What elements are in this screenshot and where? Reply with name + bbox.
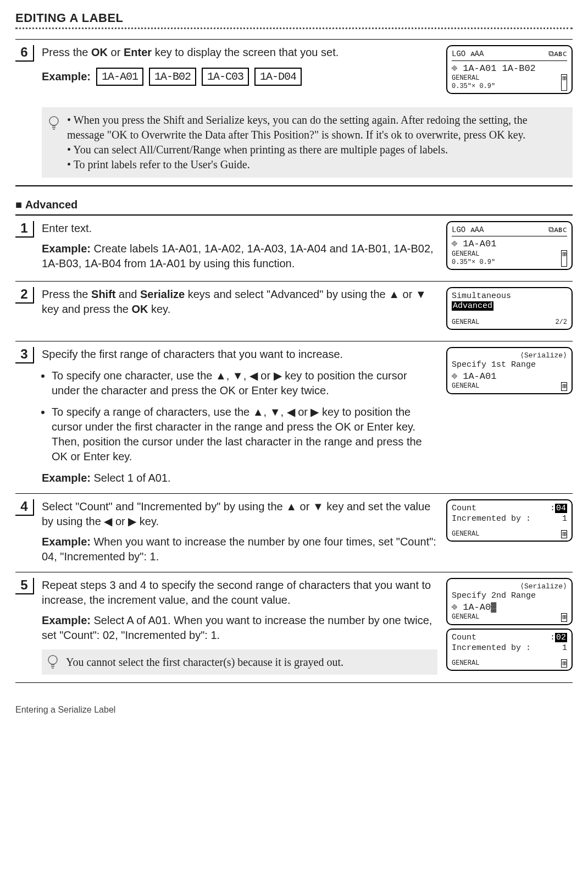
step-instruction: Press the OK or Enter key to display the…: [42, 45, 437, 60]
step-number: 5: [15, 578, 34, 594]
lcd-value-selected: 02: [555, 633, 567, 642]
bullet-item: To specify one character, use the ▲, ▼, …: [52, 368, 437, 398]
tip-item: When you press the Shift and Serialize k…: [67, 113, 565, 142]
lcd-line: Simultaneous: [452, 291, 567, 302]
step-5: 5 Repeat steps 3 and 4 to specify the se…: [15, 572, 573, 682]
example-label: Example:: [42, 70, 91, 83]
text: key to display the screen that you set.: [152, 46, 339, 58]
lcd-bot: GENERAL: [452, 382, 479, 391]
label-chip: 1A-C03: [202, 68, 249, 86]
svg-point-1: [48, 655, 57, 664]
lcd-bot: GENERAL: [452, 318, 479, 327]
advanced-header: ■ Advanced: [15, 199, 573, 211]
lcd-line: Incremented by :: [452, 643, 531, 654]
battery-icon: ▥: [561, 250, 567, 267]
tip-text: You cannot select the first character(s)…: [66, 655, 343, 669]
step-number: 3: [15, 347, 34, 363]
lcd-value-selected: 04: [555, 504, 567, 513]
dotted-divider: [15, 27, 573, 29]
step-instruction: Select "Count" and "Incremented by" by u…: [42, 499, 437, 529]
label-chip: 1A-A01: [96, 68, 143, 86]
lcd-top-left: LGO ᴀAA: [452, 225, 484, 235]
step-number: 2: [15, 287, 34, 304]
lcd-value: 1: [562, 643, 567, 654]
lcd-screenshot: Count:04 Incremented by :1 GENERAL▥: [446, 499, 573, 545]
battery-icon: ▥: [561, 613, 567, 622]
step-number: 6: [15, 45, 34, 62]
tip-item: To print labels refer to the User's Guid…: [67, 157, 565, 172]
lcd-mid: ⎆ 1A-A0▓: [452, 602, 567, 613]
lcd-bot: 2/2: [555, 318, 567, 327]
lcd-bot: GENERAL: [452, 613, 479, 622]
lcd-bot: 0.35"× 0.9": [452, 258, 495, 266]
lcd-line-selected: Advanced: [452, 301, 493, 311]
lcd-mid: ⎆ 1A-A01: [452, 371, 567, 382]
example-text: Example: When you want to increase the n…: [42, 534, 437, 564]
step-6: 6 Press the OK or Enter key to display t…: [15, 40, 573, 185]
tip-list: When you press the Shift and Serialize k…: [67, 113, 565, 172]
lcd-bot: GENERAL: [452, 659, 479, 668]
example-text: Example: Select 1 of A01.: [42, 471, 437, 486]
label-chip: 1A-B02: [149, 68, 196, 86]
step-instruction: Specify the first range of characters th…: [42, 347, 437, 362]
lcd-mid: ⎆ 1A-A01 1A-B02: [452, 63, 567, 74]
battery-icon: ▥: [561, 659, 567, 668]
page-title: EDITING A LABEL: [15, 11, 573, 25]
tip-item: You can select All/Current/Range when pr…: [67, 142, 565, 157]
lcd-screenshot: LGO ᴀAA⧉ᴀʙᴄ ⎆ 1A-A01 GENERAL0.35"× 0.9"▥: [446, 221, 573, 273]
step-number: 4: [15, 499, 34, 516]
lightbulb-icon: [47, 115, 60, 131]
lcd-screenshot-stack: ⟨Serialize⟩ Specify 2nd Range ⎆ 1A-A0▓ G…: [446, 578, 573, 674]
lcd-bot: 0.35"× 0.9": [452, 82, 495, 90]
lcd-screenshot: ⟨Serialize⟩ Specify 1st Range ⎆ 1A-A01 G…: [446, 347, 573, 398]
example-text: Example: Select A of A01. When you want …: [42, 613, 437, 643]
step-number: 1: [15, 221, 34, 238]
step-instruction: Enter text.: [42, 221, 437, 236]
tip-box: You cannot select the first character(s)…: [42, 649, 437, 675]
page-footer: Entering a Serialize Label: [15, 705, 573, 715]
battery-icon: ▥: [561, 530, 567, 539]
lcd-line: Specify 1st Range: [452, 360, 567, 371]
lightbulb-icon: [46, 654, 59, 670]
sub-bullets: To specify one character, use the ▲, ▼, …: [42, 368, 437, 464]
lcd-line: Count: [452, 633, 476, 643]
text: Press the: [42, 46, 91, 58]
step-1: 1 Enter text. Example: Create labels 1A-…: [15, 216, 573, 281]
svg-point-0: [49, 117, 58, 125]
battery-icon: ▥: [561, 382, 567, 391]
lcd-bot: GENERAL: [452, 250, 479, 258]
lcd-mid: ⎆ 1A-A01: [452, 238, 567, 250]
lcd-top-right: ⟨Serialize⟩: [452, 582, 567, 591]
step-instruction: Repeat steps 3 and 4 to specify the seco…: [42, 578, 437, 608]
example-row: Example: 1A-A01 1A-B02 1A-C03 1A-D04: [42, 68, 437, 86]
key-ok: OK: [91, 46, 108, 58]
divider: [15, 682, 573, 683]
step-2: 2 Press the Shift and Serialize keys and…: [15, 282, 573, 341]
lcd-value: 1: [562, 514, 567, 525]
label-chip: 1A-D04: [254, 68, 302, 86]
divider: [15, 185, 573, 186]
tip-box: When you press the Shift and Serialize k…: [42, 107, 573, 178]
lcd-bot: GENERAL: [452, 530, 479, 539]
battery-icon: ▥: [561, 74, 567, 91]
lcd-line: Incremented by :: [452, 514, 531, 525]
step-4: 4 Select "Count" and "Incremented by" by…: [15, 494, 573, 572]
lcd-top-right: ⧉ᴀʙᴄ: [548, 49, 567, 59]
lcd-line: Count: [452, 504, 476, 514]
lcd-screenshot: Simultaneous Advanced GENERAL2/2: [446, 287, 573, 334]
text: or: [108, 46, 124, 58]
lcd-bot: GENERAL: [452, 74, 479, 82]
example-text: Example: Create labels 1A-A01, 1A-A02, 1…: [42, 241, 437, 271]
lcd-screenshot: LGO ᴀAA⧉ᴀʙᴄ ⎆ 1A-A01 1A-B02 GENERAL0.35"…: [446, 45, 573, 97]
lcd-top-left: LGO ᴀAA: [452, 49, 484, 59]
bullet-item: To specify a range of characters, use th…: [52, 405, 437, 464]
lcd-top-right: ⧉ᴀʙᴄ: [548, 225, 567, 235]
step-instruction: Press the Shift and Serialize keys and s…: [42, 287, 437, 317]
lcd-line: Specify 2nd Range: [452, 591, 567, 602]
step-3: 3 Specify the first range of characters …: [15, 341, 573, 493]
lcd-top-right: ⟨Serialize⟩: [452, 351, 567, 360]
key-enter: Enter: [124, 46, 152, 58]
